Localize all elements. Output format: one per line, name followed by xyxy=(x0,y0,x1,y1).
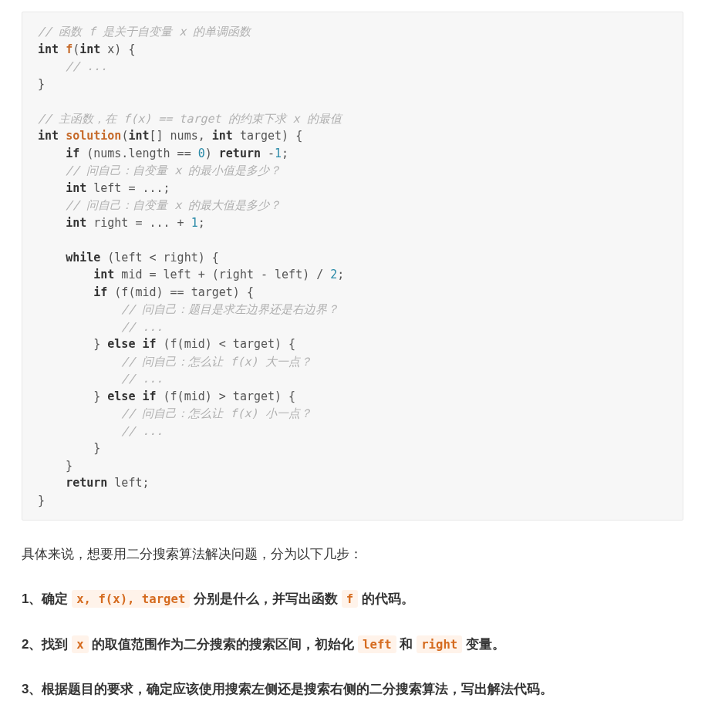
code-line-comment: // ... xyxy=(38,320,164,334)
code-line-comment: // 问自己：自变量 x 的最大值是多少？ xyxy=(38,198,281,212)
code-line-comment: // 问自己：怎么让 f(x) 小一点？ xyxy=(38,406,312,420)
code-text: ) xyxy=(205,147,219,160)
code-text: ; xyxy=(282,147,288,160)
code-line-comment: // ... xyxy=(38,372,164,386)
code-keyword: int xyxy=(212,129,233,143)
code-keyword: return xyxy=(66,476,107,490)
code-text: } xyxy=(38,337,107,351)
step-2-text-a: 2、找到 xyxy=(22,637,72,652)
code-text: - xyxy=(261,147,275,160)
code-text: target) { xyxy=(233,129,302,143)
code-text: } xyxy=(38,441,100,455)
code-text: (f(mid) < target) { xyxy=(157,337,296,351)
intro-paragraph: 具体来说，想要用二分搜索算法解决问题，分为以下几步： xyxy=(22,542,683,567)
code-keyword: else if xyxy=(107,389,156,403)
code-function-name: f xyxy=(66,42,73,56)
code-text: } xyxy=(38,389,107,403)
code-text: mid = left + (right - left) / xyxy=(114,268,330,281)
code-keyword: int xyxy=(66,216,86,230)
code-text: } xyxy=(38,459,73,473)
code-text: (f(mid) > target) { xyxy=(157,389,296,403)
inline-code-right: right xyxy=(417,635,462,653)
code-text xyxy=(38,147,66,160)
code-number: 0 xyxy=(198,147,205,160)
code-keyword: else if xyxy=(107,337,156,351)
code-keyword: int xyxy=(79,42,100,56)
code-line-comment: // 主函数，在 f(x) == target 的约束下求 x 的最值 xyxy=(38,112,342,126)
code-text xyxy=(38,476,66,490)
code-line-comment: // 问自己：自变量 x 的最小值是多少？ xyxy=(38,163,281,177)
code-text xyxy=(38,285,93,299)
inline-code-left: left xyxy=(358,635,396,653)
code-keyword: int xyxy=(93,268,114,281)
code-keyword: if xyxy=(66,147,79,160)
inline-code-x-fx-target: x, f(x), target xyxy=(72,590,190,608)
code-text: (f(mid) == target) { xyxy=(107,285,254,299)
code-keyword: int xyxy=(38,129,59,143)
step-3-paragraph: 3、根据题目的要求，确定应该使用搜索左侧还是搜索右侧的二分搜索算法，写出解法代码… xyxy=(22,677,683,702)
code-block[interactable]: // 函数 f 是关于自变量 x 的单调函数 int f(int x) { //… xyxy=(22,12,683,521)
code-text: ( xyxy=(73,42,79,56)
code-number: 2 xyxy=(330,268,337,281)
code-text: x) { xyxy=(100,42,135,56)
step-1-paragraph: 1、确定 x, f(x), target 分别是什么，并写出函数 f 的代码。 xyxy=(22,587,683,612)
step-2-text-c: 和 xyxy=(396,637,417,652)
code-line-comment: // 问自己：怎么让 f(x) 大一点？ xyxy=(38,355,312,369)
code-text: [] nums, xyxy=(150,129,212,143)
code-number: 1 xyxy=(275,147,282,160)
step-1-text-a: 1、确定 xyxy=(22,592,72,606)
code-keyword: int xyxy=(66,181,86,195)
code-keyword: return xyxy=(219,147,261,160)
code-function-name: solution xyxy=(66,129,121,143)
document-container: // 函数 f 是关于自变量 x 的单调函数 int f(int x) { //… xyxy=(0,12,705,728)
step-2-text-b: 的取值范围作为二分搜索的搜索区间，初始化 xyxy=(89,637,358,652)
inline-code-f: f xyxy=(342,590,358,608)
code-text: } xyxy=(38,77,45,91)
code-line-comment: // ... xyxy=(38,59,107,73)
code-text xyxy=(38,268,93,281)
code-keyword: if xyxy=(93,285,107,299)
code-line-comment: // 问自己：题目是求左边界还是右边界？ xyxy=(38,302,339,316)
code-text: } xyxy=(38,494,45,507)
code-text xyxy=(38,216,66,230)
code-keyword: while xyxy=(66,251,100,265)
step-1-text-b: 分别是什么，并写出函数 xyxy=(190,592,341,606)
code-keyword: int xyxy=(38,42,59,56)
code-text xyxy=(38,251,66,265)
code-text: ; xyxy=(198,216,205,230)
code-text xyxy=(38,181,66,195)
inline-code-x: x xyxy=(72,635,88,653)
code-text: ; xyxy=(337,268,344,281)
code-text: (nums.length == xyxy=(79,147,198,160)
code-line-comment: // ... xyxy=(38,424,164,438)
code-text: right = ... + xyxy=(86,216,191,230)
step-2-text-d: 变量。 xyxy=(462,637,505,652)
code-text: left; xyxy=(107,476,149,490)
code-text: left = ...; xyxy=(86,181,170,195)
code-text: (left < right) { xyxy=(100,251,219,265)
step-2-paragraph: 2、找到 x 的取值范围作为二分搜索的搜索区间，初始化 left 和 right… xyxy=(22,632,683,657)
step-1-text-c: 的代码。 xyxy=(358,592,414,606)
code-number: 1 xyxy=(191,216,198,230)
code-keyword: int xyxy=(128,129,149,143)
code-line-comment: // 函数 f 是关于自变量 x 的单调函数 xyxy=(38,25,251,39)
